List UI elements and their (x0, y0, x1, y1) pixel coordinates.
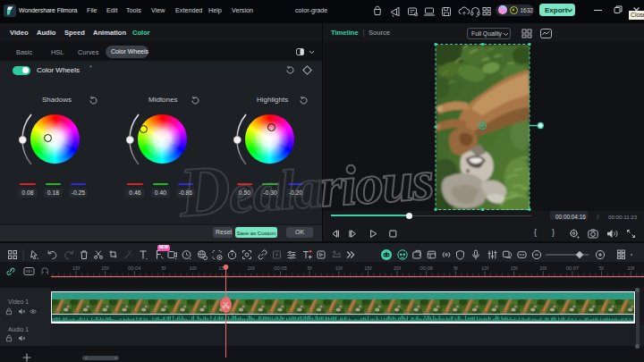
svg-text:5f: 5f (161, 265, 165, 271)
svg-text:00:07: 00:07 (566, 265, 580, 271)
svg-text:10f: 10f (335, 265, 343, 271)
svg-text:15f: 15f (364, 265, 371, 271)
svg-text:10f: 10f (481, 265, 488, 271)
svg-text:15f: 15f (72, 265, 80, 271)
svg-text:5f: 5f (599, 265, 604, 271)
svg-text:10f: 10f (627, 265, 634, 271)
svg-text:5f: 5f (453, 265, 458, 271)
svg-text:00:06: 00:06 (419, 265, 433, 271)
svg-text:5f: 5f (308, 265, 312, 271)
svg-text:20f: 20f (248, 265, 255, 271)
svg-text:00:05: 00:05 (274, 265, 287, 271)
svg-text:20f: 20f (102, 265, 109, 271)
svg-text:10f: 10f (190, 265, 197, 271)
svg-text:00:04: 00:04 (128, 265, 141, 271)
svg-text:20f: 20f (394, 265, 401, 271)
svg-text:20f: 20f (539, 265, 547, 271)
svg-text:15f: 15f (511, 265, 518, 271)
